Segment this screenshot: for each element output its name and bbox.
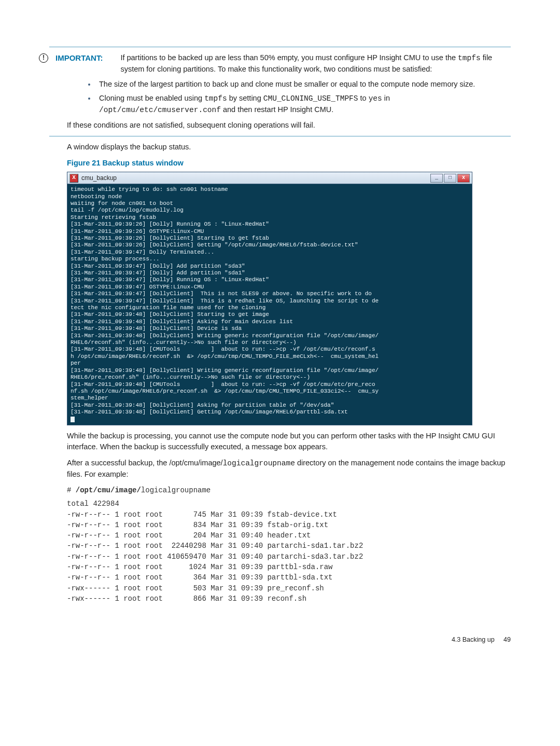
terminal-cursor [71,417,75,422]
b2b: by setting [227,94,263,102]
maximize-button[interactable]: □ [444,174,456,183]
terminal-window: X cmu_backup _ □ x timeout while trying … [67,172,472,425]
footer-page-number: 49 [503,636,511,643]
bullet-1: The size of the largest partition to bac… [96,79,511,90]
minimize-button[interactable]: _ [430,174,443,183]
imp-lead: If partitions to be backed up are less t… [120,53,458,62]
ls-output: total 422984 -rw-r--r-- 1 root root 745 … [67,499,511,604]
bullet-2: Cloning must be enabled using tmpfs by s… [96,93,511,116]
important-block: ! IMPORTANT: If partitions to be backed … [39,52,511,75]
figure-title: Figure 21 Backup status window [67,158,511,169]
hash: # [67,486,76,494]
ls-cmd-bold: /opt/cmu/image/ [76,486,141,494]
ls-cmd-tail: logicalgroupname [141,486,211,494]
p3a: After a successful backup, the /opt/cmu/… [67,459,223,467]
terminal-title-text: cmu_backup [81,174,117,182]
close-button[interactable]: x [457,174,470,183]
ls-command: # /opt/cmu/image/logicalgroupname [67,485,511,495]
page-footer: 4.3 Backing up 49 [49,635,511,644]
important-tail: If these conditions are not satisfied, s… [67,120,511,131]
imp-code-tmpfs: tmpfs [458,54,481,62]
p3-code: logicalgroupname [223,459,295,467]
alert-icon: ! [39,53,48,63]
terminal-body[interactable]: timeout while trying to do: ssh cn001 ho… [67,184,472,425]
b2e: and then restart HP Insight CMU. [221,105,333,114]
b2a: Cloning must be enabled using [99,94,204,102]
b2d: in [382,94,390,102]
important-label: IMPORTANT: [55,52,103,64]
terminal-titlebar[interactable]: X cmu_backup _ □ x [67,172,472,184]
important-text: If partitions to be backed up are less t… [120,52,511,75]
b2-tmpfs: tmpfs [204,94,227,103]
paragraph-after-backup: After a successful backup, the /opt/cmu/… [67,458,511,480]
b2-yes: yes [369,94,382,103]
b2-var: CMU_CLONING_USE_TMPFS [263,94,358,103]
rule-bottom [49,136,511,136]
paragraph-window-displays: A window displays the backup status. [67,142,511,153]
footer-section: 4.3 Backing up [452,636,495,643]
rule-top [49,47,511,47]
b2-path: /opt/cmu/etc/cmuserver.conf [99,106,221,114]
terminal-app-icon: X [69,174,78,183]
paragraph-while-backup: While the backup is processing, you cann… [67,431,511,452]
b2c: to [358,94,369,102]
important-bullets: The size of the largest partition to bac… [96,79,511,116]
terminal-output: timeout while trying to do: ssh cn001 ho… [71,186,379,415]
